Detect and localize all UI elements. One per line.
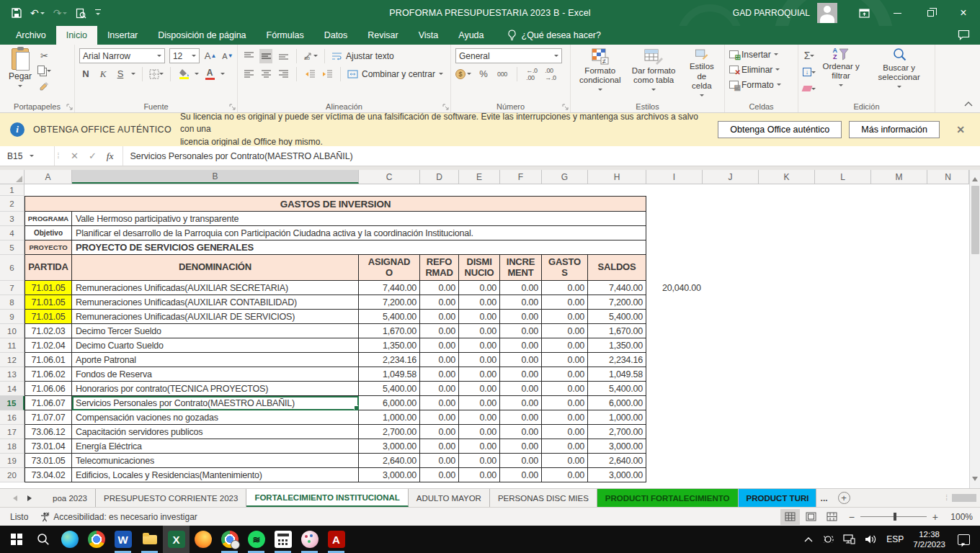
cell-styles-button[interactable]: Estilos de celda bbox=[682, 47, 721, 99]
cell-A13[interactable]: 71.06.02 bbox=[24, 367, 72, 382]
clipboard-dialog-launcher[interactable] bbox=[66, 104, 73, 110]
cell-A16[interactable]: 71.07.07 bbox=[24, 410, 72, 425]
cell-G6-header[interactable]: GASTOS bbox=[542, 255, 588, 281]
sheet-tab-poa-2023[interactable]: poa 2023 bbox=[45, 489, 96, 507]
cell-D9[interactable]: 0.00 bbox=[420, 310, 459, 324]
cell-G12[interactable]: 0.00 bbox=[542, 353, 588, 367]
cell-D19[interactable]: 0.00 bbox=[420, 454, 459, 468]
tray-expand-icon[interactable] bbox=[804, 536, 813, 542]
decrease-decimal-icon[interactable]: .00→.0 bbox=[544, 67, 557, 81]
save-icon[interactable] bbox=[12, 8, 22, 18]
cell-A19[interactable]: 73.01.05 bbox=[24, 454, 72, 468]
cell-G15[interactable]: 0.00 bbox=[542, 396, 588, 410]
restore-button[interactable] bbox=[914, 0, 947, 26]
cell-C7[interactable]: 7,440.00 bbox=[359, 281, 420, 295]
print-preview-icon[interactable] bbox=[76, 8, 86, 19]
cell-H7[interactable]: 7,440.00 bbox=[588, 281, 646, 295]
cell-E18[interactable]: 0.00 bbox=[459, 439, 500, 454]
cell-G13[interactable]: 0.00 bbox=[542, 367, 588, 382]
cell-A3-label[interactable]: PROGRAMA bbox=[24, 212, 72, 226]
row-header-19[interactable]: 19 bbox=[0, 454, 24, 468]
column-header-F[interactable]: F bbox=[500, 170, 542, 184]
cell-E12[interactable]: 0.00 bbox=[459, 353, 500, 367]
cell-C17[interactable]: 2,700.00 bbox=[359, 425, 420, 439]
language-indicator[interactable]: ESP bbox=[886, 534, 904, 544]
cell-H14[interactable]: 5,400.00 bbox=[588, 382, 646, 396]
cell-E11[interactable]: 0.00 bbox=[459, 338, 500, 353]
cell-G19[interactable]: 0.00 bbox=[542, 454, 588, 468]
cell-A6-header[interactable]: PARTIDA bbox=[24, 255, 72, 281]
menu-tab-archivo[interactable]: Archivo bbox=[6, 26, 56, 45]
cell-C10[interactable]: 1,670.00 bbox=[359, 324, 420, 338]
autosum-icon[interactable]: Σ bbox=[803, 48, 816, 63]
find-select-button[interactable]: Buscar y seleccionar bbox=[866, 47, 932, 99]
cell-C8[interactable]: 7,200.00 bbox=[359, 295, 420, 310]
increase-indent-icon[interactable] bbox=[321, 67, 334, 81]
cell-D13[interactable]: 0.00 bbox=[420, 367, 459, 382]
taskbar-start-icon[interactable] bbox=[3, 526, 30, 553]
taskbar-paint-icon[interactable] bbox=[296, 526, 323, 553]
format-painter-icon[interactable] bbox=[37, 78, 51, 93]
cell-B12[interactable]: Aporte Patronal bbox=[72, 353, 359, 367]
paste-button[interactable]: Pegar bbox=[4, 47, 36, 93]
sheet-tab-adulto-mayor[interactable]: ADULTO MAYOR bbox=[409, 489, 490, 507]
comments-icon[interactable] bbox=[958, 30, 970, 40]
taskbar-word-icon[interactable]: W bbox=[110, 526, 136, 553]
cell-A17[interactable]: 73.06.12 bbox=[24, 425, 72, 439]
cell-E16[interactable]: 0.00 bbox=[459, 410, 500, 425]
cell-H20[interactable]: 3,000.00 bbox=[588, 468, 646, 482]
horizontal-scroll-thumb[interactable] bbox=[952, 494, 976, 502]
accounting-format-icon[interactable]: $ bbox=[455, 69, 471, 79]
cell-H10[interactable]: 1,670.00 bbox=[588, 324, 646, 338]
customize-qat-icon[interactable] bbox=[95, 9, 101, 17]
cell-F10[interactable]: 0.00 bbox=[500, 324, 542, 338]
cell-E20[interactable]: 0.00 bbox=[459, 468, 500, 482]
borders-icon[interactable] bbox=[149, 67, 164, 81]
column-header-C[interactable]: C bbox=[359, 170, 420, 184]
cell-B6-header[interactable]: DENOMINACIÓN bbox=[72, 255, 359, 281]
cell-B20[interactable]: Edificios, Locales y Residencias(Manteni… bbox=[72, 468, 359, 482]
comma-style-icon[interactable]: 000 bbox=[496, 67, 509, 81]
cell-A12[interactable]: 71.06.01 bbox=[24, 353, 72, 367]
row-header-6[interactable]: 6 bbox=[0, 255, 24, 281]
taskbar-firefox-icon[interactable] bbox=[190, 526, 216, 553]
row-header-18[interactable]: 18 bbox=[0, 439, 24, 454]
cell-E10[interactable]: 0.00 bbox=[459, 324, 500, 338]
cell-D8[interactable]: 0.00 bbox=[420, 295, 459, 310]
row-header-10[interactable]: 10 bbox=[0, 324, 24, 338]
cell-A20[interactable]: 73.04.02 bbox=[24, 468, 72, 482]
cell-A18[interactable]: 73.01.04 bbox=[24, 439, 72, 454]
sheet-nav-left-icon[interactable] bbox=[10, 495, 17, 501]
network-icon[interactable] bbox=[843, 534, 855, 544]
cell-B5-value[interactable]: PROYECTO DE SERVICIOS GENERALES bbox=[72, 240, 646, 255]
taskbar-calculator-icon[interactable] bbox=[270, 526, 296, 553]
underline-button[interactable]: S bbox=[114, 67, 127, 81]
cell-B18[interactable]: Energía Eléctrica bbox=[72, 439, 359, 454]
cell-C9[interactable]: 5,400.00 bbox=[359, 310, 420, 324]
cell-D10[interactable]: 0.00 bbox=[420, 324, 459, 338]
sort-filter-button[interactable]: AZ Ordenar y filtrar bbox=[816, 47, 866, 99]
cell-H9[interactable]: 5,400.00 bbox=[588, 310, 646, 324]
vertical-scroll-thumb[interactable] bbox=[971, 186, 979, 254]
get-office-button[interactable]: Obtenga Office auténtico bbox=[718, 121, 842, 138]
cell-G20[interactable]: 0.00 bbox=[542, 468, 588, 482]
cell-E8[interactable]: 0.00 bbox=[459, 295, 500, 310]
format-as-table-button[interactable]: Dar formato como tabla bbox=[627, 47, 681, 99]
cell-F9[interactable]: 0.00 bbox=[500, 310, 542, 324]
cell-F13[interactable]: 0.00 bbox=[500, 367, 542, 382]
cell-D6-header[interactable]: REFORMAD bbox=[420, 255, 459, 281]
row-header-14[interactable]: 14 bbox=[0, 382, 24, 396]
cell-B8[interactable]: Remuneraciones Unificadas(AUXILIAR CONTA… bbox=[72, 295, 359, 310]
cell-D16[interactable]: 0.00 bbox=[420, 410, 459, 425]
menu-tab-inicio[interactable]: Inicio bbox=[56, 26, 97, 45]
cell-G11[interactable]: 0.00 bbox=[542, 338, 588, 353]
taskbar-excel-icon[interactable]: X bbox=[163, 526, 190, 553]
menu-tab-revisar[interactable]: Revisar bbox=[357, 26, 408, 45]
account-name[interactable]: GAD PARROQUIAL bbox=[733, 8, 810, 18]
cell-F7[interactable]: 0.00 bbox=[500, 281, 542, 295]
cell-B16[interactable]: Compensación vaciones no gozadas bbox=[72, 410, 359, 425]
row-header-8[interactable]: 8 bbox=[0, 295, 24, 310]
column-header-K[interactable]: K bbox=[759, 170, 815, 184]
redo-icon[interactable]: ↷ bbox=[53, 8, 68, 18]
row-header-16[interactable]: 16 bbox=[0, 410, 24, 425]
